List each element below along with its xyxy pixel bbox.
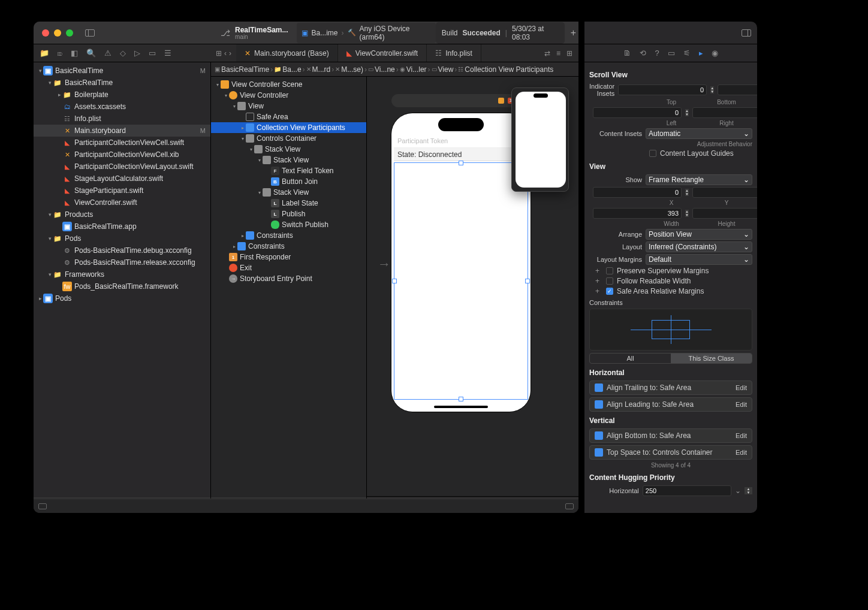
interface-builder-canvas[interactable]: → 1 Participant Token Stat [367,77,578,513]
edit-button[interactable]: Edit [736,449,747,456]
history-inspector-icon[interactable]: ⟲ [640,49,646,58]
resize-handle-bottom[interactable] [459,397,463,401]
view-controller-icon[interactable] [498,98,504,104]
help-inspector-icon[interactable]: ? [655,49,659,58]
file-inspector-icon[interactable]: 🗎 [623,49,631,58]
arrange-select[interactable]: Position View⌄ [646,229,752,240]
jump-bar-segment[interactable]: ✕ M...rd [306,65,331,74]
project-info[interactable]: RealTimeSam... main [235,26,288,40]
outline-item[interactable]: Exit [211,262,366,273]
related-items-icon[interactable]: ⇄ [544,49,550,58]
outline-item[interactable]: Safe Area [211,111,366,122]
nav-item[interactable]: ▸▣Pods [34,292,210,304]
hugging-horizontal-input[interactable] [643,485,731,496]
outline-item[interactable]: ▾View [211,101,366,111]
layout-select[interactable]: Inferred (Constraints)⌄ [646,241,752,252]
size-class-segment[interactable]: All This Size Class [589,353,752,364]
grid-icon[interactable]: ⊞ [216,49,222,58]
toggle-debug-icon[interactable] [38,503,47,509]
outline-item[interactable]: ▾View Controller [211,90,366,101]
tab-viewcontroller[interactable]: ◣ ViewController.swift [338,44,427,62]
breakpoint-navigator-icon[interactable]: ▭ [149,49,156,58]
resize-handle-top[interactable] [459,161,463,165]
constraint-trailing[interactable]: Align Trailing to: Safe Area Edit [589,381,752,395]
report-navigator-icon[interactable]: ☰ [164,49,171,58]
connections-inspector-icon[interactable]: ◉ [712,49,718,58]
constraint-leading[interactable]: Align Leading to: Safe Area Edit [589,397,752,412]
forward-button[interactable]: › [229,49,231,58]
nav-item[interactable]: ◣ViewController.swift [34,197,210,209]
close-button[interactable] [42,29,49,37]
content-layout-guides-checkbox[interactable] [649,150,656,157]
nav-item[interactable]: ⚙Pods-BasicRealTime.debug.xcconfig [34,244,210,256]
branch-icon[interactable]: ⎇ [221,28,230,38]
symbol-navigator-icon[interactable]: ◧ [71,49,78,58]
jump-bar-segment[interactable]: ▭ View [432,65,454,74]
minimap[interactable] [511,87,569,192]
outline-item[interactable]: →Storyboard Entry Point [211,273,366,284]
nav-item[interactable]: ▾▣BasicRealTimeM [34,65,210,77]
nav-item[interactable]: ▾📁BasicRealTime [34,77,210,89]
constraints-diagram[interactable] [589,309,752,351]
resize-handle-left[interactable] [392,279,397,283]
outline-item[interactable]: ▾Controls Container [211,133,366,144]
inset-top-input[interactable] [618,84,707,95]
outline-item[interactable]: ▾Stack View [211,187,366,198]
preserve-checkbox[interactable] [606,267,613,274]
project-tree[interactable]: ▾▣BasicRealTimeM▾📁BasicRealTime▸📁Boilerp… [34,62,210,497]
debug-navigator-icon[interactable]: ▷ [134,49,140,58]
x-input[interactable] [593,187,682,198]
token-field[interactable]: Participant Token [394,136,528,148]
nav-item[interactable]: ✕ParticipantCollectionViewCell.xib [34,149,210,161]
device-frame[interactable]: 1 Participant Token State: Disconnected … [391,113,531,412]
constraint-top[interactable]: Top Space to: Controls Container Edit [589,445,752,460]
tab-main-storyboard[interactable]: ✕ Main.storyboard (Base) [236,44,338,62]
jump-bar-segment[interactable]: ▣ BasicRealTime [215,65,269,74]
add-editor-icon[interactable]: ⊞ [566,49,572,58]
edit-button[interactable]: Edit [736,401,747,408]
nav-item[interactable]: ▾📁Frameworks [34,268,210,280]
nav-item[interactable]: ☷Info.plist [34,113,210,125]
outline-item[interactable]: FText Field Token [211,165,366,176]
nav-item[interactable]: ▾📁Products [34,209,210,221]
nav-item[interactable]: ◣ParticipantCollectionViewCell.swift [34,137,210,149]
library-button[interactable]: + [571,28,576,38]
jump-bar[interactable]: ▣ BasicRealTime›📁 Ba...e›✕ M...rd›✕ M...… [211,62,578,77]
inset-bottom-input[interactable] [718,84,757,95]
outline-item[interactable]: ▾Stack View [211,144,366,155]
content-insets-select[interactable]: Automatic⌄ [646,128,752,139]
size-inspector-icon[interactable]: ▸ [699,49,703,58]
layout-margins-select[interactable]: Default⌄ [646,254,752,265]
toggle-inspector-icon[interactable] [742,29,751,37]
outline-item[interactable]: ▸Constraints [211,230,366,241]
jump-bar-segment[interactable]: ☷ Collection View Participants [458,65,553,74]
outline-item[interactable]: ▾Stack View [211,155,366,165]
editor-options-icon[interactable]: ≡ [556,49,560,58]
jump-bar-segment[interactable]: ▭ Vi...ne [368,65,395,74]
scheme-selector[interactable]: ▣ Ba...ime › 🔨 Any iOS Device (arm64) [297,23,436,43]
identity-inspector-icon[interactable]: ▭ [668,49,675,58]
test-navigator-icon[interactable]: ◇ [120,49,126,58]
resize-handle-right[interactable] [525,279,530,283]
nav-item[interactable]: ◣StageLayoutCalculator.swift [34,173,210,185]
build-status[interactable]: Build Succeeded | 5/30/23 at 08:03 [436,22,565,44]
width-input[interactable] [593,208,682,219]
outline-item[interactable]: LPublish [211,209,366,219]
inset-right-input[interactable] [692,107,757,118]
nav-item[interactable]: ◣ParticipantCollectionViewLayout.swift [34,161,210,173]
toggle-navigator-icon[interactable] [85,29,95,37]
nav-item[interactable]: ▾📁Pods [34,232,210,244]
seg-all[interactable]: All [590,354,671,363]
outline-item[interactable]: ▾View Controller Scene [211,79,366,90]
jump-bar-segment[interactable]: 📁 Ba...e [274,65,301,74]
attributes-inspector-icon[interactable]: ⚟ [683,49,691,58]
follow-checkbox[interactable] [606,277,613,285]
scene-dock[interactable]: 1 [391,94,531,107]
nav-item[interactable]: ◣StageParticipant.swift [34,185,210,197]
constraint-bottom[interactable]: Align Bottom to: Safe Area Edit [589,428,752,443]
project-navigator-icon[interactable]: 📁 [40,49,49,58]
source-control-navigator-icon[interactable]: ⎄ [58,49,62,58]
jump-bar-segment[interactable]: ◉ Vi...ler [400,65,427,74]
safearea-checkbox[interactable]: ✓ [606,288,613,295]
find-navigator-icon[interactable]: 🔍 [86,49,96,58]
